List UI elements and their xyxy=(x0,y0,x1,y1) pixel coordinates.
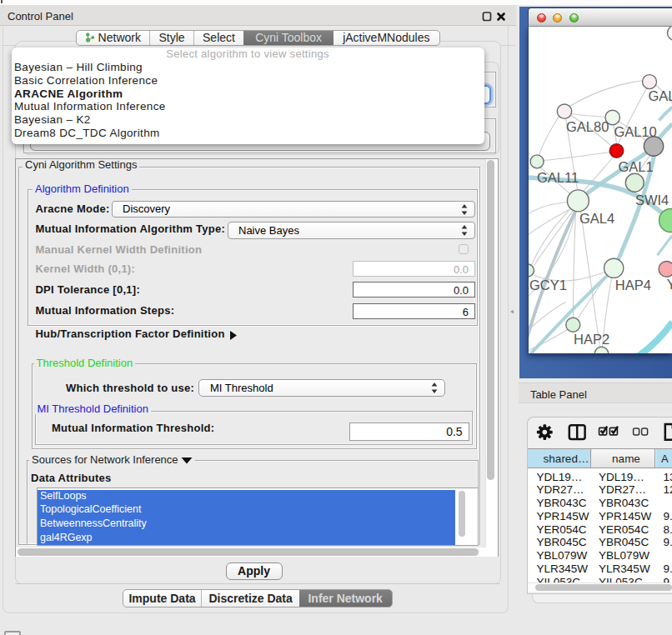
svg-text:GAL4: GAL4 xyxy=(579,211,614,226)
svg-text:HAP2: HAP2 xyxy=(574,331,609,346)
svg-text:HAP4: HAP4 xyxy=(614,277,650,292)
svg-text:GAL1: GAL1 xyxy=(618,158,653,173)
svg-text:YDR: YDR xyxy=(666,276,672,291)
svg-text:GAL10: GAL10 xyxy=(614,124,656,139)
svg-text:GAL80: GAL80 xyxy=(566,119,609,134)
svg-text:GCY1: GCY1 xyxy=(529,278,567,292)
svg-text:SWI4: SWI4 xyxy=(634,192,668,207)
svg-text:GAL2: GAL2 xyxy=(648,88,672,102)
svg-text:GAL11: GAL11 xyxy=(537,170,579,185)
